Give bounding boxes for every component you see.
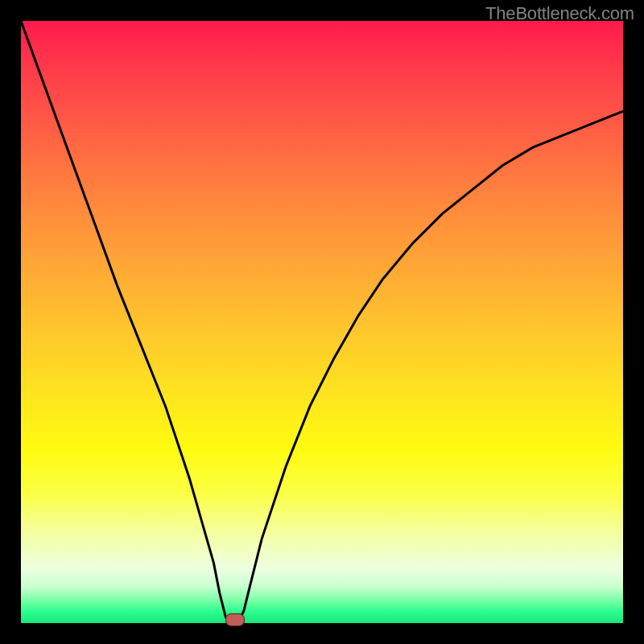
plot-area xyxy=(21,21,623,623)
watermark-text: TheBottleneck.com xyxy=(485,3,634,24)
optimum-marker xyxy=(225,613,245,626)
chart-frame: TheBottleneck.com xyxy=(0,0,644,644)
curve-path xyxy=(21,21,623,623)
bottleneck-curve xyxy=(21,21,623,623)
